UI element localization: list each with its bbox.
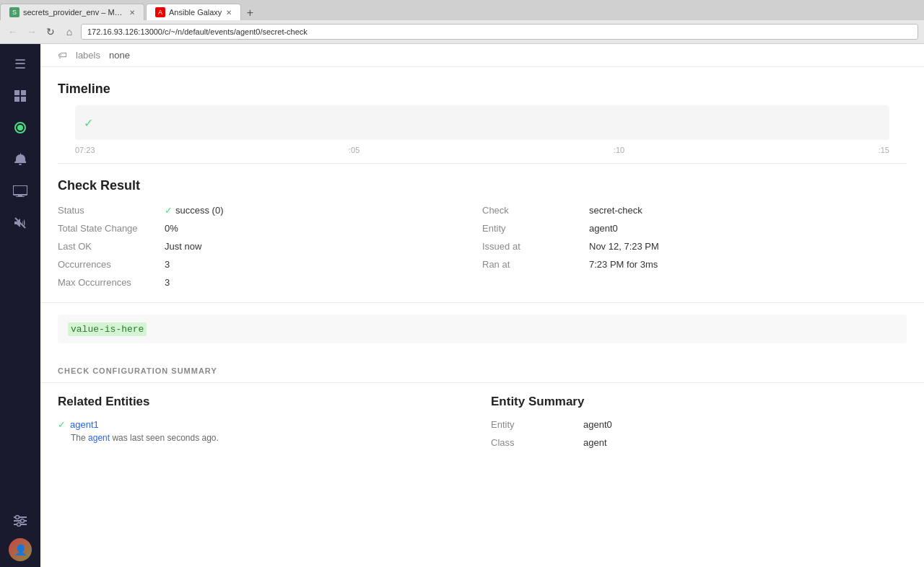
bottom-panels: Related Entities ✓ agent1 The agent was … bbox=[40, 383, 924, 467]
tick-05: :05 bbox=[349, 146, 359, 154]
ansible-favicon: A bbox=[155, 7, 165, 17]
output-text: value-is-here bbox=[68, 322, 147, 336]
labels-icon: 🏷 bbox=[58, 50, 67, 61]
timeline-ticks: 07:23 :05 :10 :15 bbox=[58, 140, 907, 164]
timeline-check-icon: ✓ bbox=[84, 116, 93, 130]
status-value: ✓ success (0) bbox=[165, 205, 223, 216]
timeline-title: Timeline bbox=[58, 82, 907, 97]
result-grid: Status ✓ success (0) Total State Change … bbox=[58, 205, 907, 288]
svg-point-14 bbox=[21, 519, 25, 523]
browser-tabs: S secrets_provider_env – Manage Se... ✕ … bbox=[0, 0, 924, 20]
ran-at-label: Ran at bbox=[482, 259, 583, 270]
entity-item-agent1: ✓ agent1 The agent was last seen seconds… bbox=[58, 419, 474, 443]
entity-desc-prefix: The bbox=[71, 433, 86, 443]
labels-key: labels bbox=[76, 50, 100, 61]
check-label: Check bbox=[482, 205, 583, 216]
app-layout: ☰ 👤 🏷 labels none Timeline bbox=[0, 44, 924, 567]
entity-value: agent0 bbox=[589, 223, 618, 234]
check-result-title: Check Result bbox=[58, 178, 907, 193]
entity-agent1[interactable]: agent1 bbox=[70, 419, 99, 430]
tick-row: 07:23 :05 :10 :15 bbox=[75, 143, 889, 154]
sliders-icon[interactable] bbox=[6, 506, 35, 535]
timeline-section: Timeline ✓ 07:23 :05 :10 :15 bbox=[40, 67, 924, 164]
last-ok-row: Last OK Just now bbox=[58, 241, 482, 252]
entity-summary-entity-row: Entity agent0 bbox=[491, 419, 907, 430]
result-left-col: Status ✓ success (0) Total State Change … bbox=[58, 205, 482, 288]
result-right-col: Check secret-check Entity agent0 Issued … bbox=[482, 205, 907, 288]
svg-rect-0 bbox=[14, 90, 19, 95]
issued-at-label: Issued at bbox=[482, 241, 583, 252]
entity-name: ✓ agent1 bbox=[58, 419, 474, 430]
svg-rect-6 bbox=[13, 185, 27, 195]
svg-point-13 bbox=[16, 516, 19, 519]
config-summary-title: CHECK CONFIGURATION SUMMARY bbox=[58, 366, 217, 375]
labels-bar: 🏷 labels none bbox=[40, 44, 924, 67]
main-content: 🏷 labels none Timeline ✓ 07:23 :05 :10 :… bbox=[40, 44, 924, 567]
browser-chrome: S secrets_provider_env – Manage Se... ✕ … bbox=[0, 0, 924, 44]
dashboard-icon[interactable] bbox=[6, 82, 35, 110]
max-occurrences-row: Max Occurrences 3 bbox=[58, 277, 482, 288]
occurrences-label: Occurrences bbox=[58, 259, 159, 270]
forward-button[interactable]: → bbox=[25, 25, 39, 39]
browser-toolbar: ← → ↻ ⌂ bbox=[0, 20, 924, 43]
occurrences-value: 3 bbox=[165, 259, 170, 270]
sensu-favicon: S bbox=[9, 7, 19, 17]
svg-rect-8 bbox=[16, 196, 25, 197]
svg-point-15 bbox=[17, 523, 21, 527]
entity-summary-panel: Entity Summary Entity agent0 Class agent bbox=[491, 383, 907, 467]
bell-icon[interactable] bbox=[6, 145, 35, 174]
entity-desc-keyword: agent bbox=[88, 433, 110, 443]
check-value: secret-check bbox=[589, 205, 642, 216]
entity-summary-class-label: Class bbox=[491, 437, 578, 448]
user-avatar[interactable]: 👤 bbox=[9, 538, 32, 561]
output-box: value-is-here bbox=[58, 315, 907, 343]
tab-ansible-close[interactable]: ✕ bbox=[226, 9, 232, 17]
entity-summary-title: Entity Summary bbox=[491, 395, 907, 409]
mute-icon[interactable] bbox=[6, 208, 35, 237]
circle-icon[interactable] bbox=[6, 113, 35, 142]
entity-row: Entity agent0 bbox=[482, 223, 907, 234]
entity-check-icon: ✓ bbox=[58, 419, 66, 430]
back-button[interactable]: ← bbox=[6, 25, 20, 39]
entity-label: Entity bbox=[482, 223, 583, 234]
last-ok-value: Just now bbox=[165, 241, 201, 252]
timeline-bar: ✓ bbox=[75, 105, 889, 140]
labels-value: none bbox=[109, 50, 130, 61]
tab-ansible-label: Ansible Galaxy bbox=[169, 8, 222, 17]
tab-ansible[interactable]: A Ansible Galaxy ✕ bbox=[146, 4, 241, 20]
entity-desc-suffix: was last seen bbox=[112, 433, 165, 443]
entity-summary-entity-label: Entity bbox=[491, 419, 578, 430]
check-result-section: Check Result Status ✓ success (0) Total … bbox=[40, 164, 924, 303]
max-occurrences-value: 3 bbox=[165, 277, 170, 288]
entity-summary-class-value: agent bbox=[583, 437, 607, 448]
new-tab-button[interactable]: + bbox=[243, 6, 257, 20]
occurrences-row: Occurrences 3 bbox=[58, 259, 482, 270]
svg-rect-7 bbox=[18, 195, 22, 196]
tab-sensu-label: secrets_provider_env – Manage Se... bbox=[23, 8, 125, 17]
ran-at-row: Ran at 7:23 PM for 3ms bbox=[482, 259, 907, 270]
svg-point-5 bbox=[17, 125, 23, 131]
related-entities-title: Related Entities bbox=[58, 395, 474, 409]
tick-15: :15 bbox=[879, 146, 889, 154]
check-row: Check secret-check bbox=[482, 205, 907, 216]
state-change-value: 0% bbox=[165, 223, 178, 234]
tab-sensu-close[interactable]: ✕ bbox=[129, 9, 135, 17]
entity-summary-entity-value: agent0 bbox=[583, 419, 612, 430]
issued-at-value: Nov 12, 7:23 PM bbox=[589, 241, 659, 252]
issued-at-row: Issued at Nov 12, 7:23 PM bbox=[482, 241, 907, 252]
reload-button[interactable]: ↻ bbox=[43, 25, 58, 39]
menu-icon[interactable]: ☰ bbox=[6, 50, 35, 79]
entity-summary-class-row: Class agent bbox=[491, 437, 907, 448]
svg-rect-2 bbox=[14, 97, 19, 102]
ran-at-value: 7:23 PM for 3ms bbox=[589, 259, 658, 270]
status-icon: ✓ bbox=[165, 205, 173, 216]
tick-0723: 07:23 bbox=[75, 146, 95, 154]
address-bar[interactable] bbox=[81, 24, 918, 40]
sidebar: ☰ 👤 bbox=[0, 44, 40, 567]
tab-sensu[interactable]: S secrets_provider_env – Manage Se... ✕ bbox=[0, 4, 144, 20]
svg-rect-1 bbox=[21, 90, 26, 95]
monitor-icon[interactable] bbox=[6, 177, 35, 206]
timeline-wrapper: ✓ bbox=[58, 105, 907, 140]
home-button[interactable]: ⌂ bbox=[62, 25, 77, 39]
last-ok-label: Last OK bbox=[58, 241, 159, 252]
